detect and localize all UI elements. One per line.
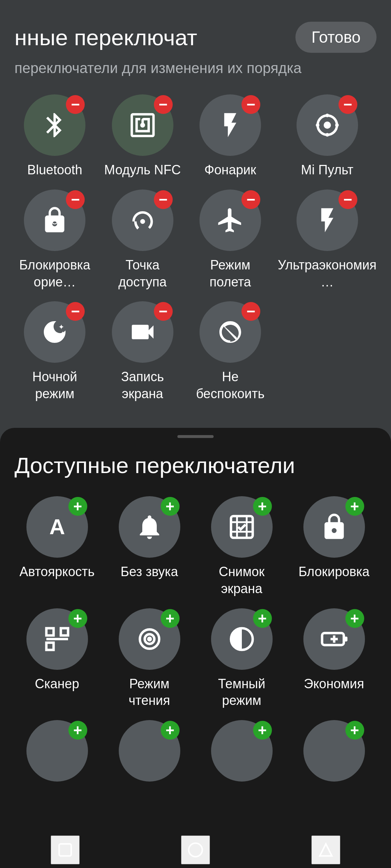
svg-text:✦: ✦ bbox=[61, 330, 65, 336]
add-badge-dark-mode[interactable]: + bbox=[253, 609, 272, 628]
lock-label: Блокировка bbox=[298, 563, 369, 580]
hotspot-icon bbox=[128, 206, 157, 235]
tile-reading[interactable]: + Режим чтения bbox=[107, 608, 192, 710]
nav-back-button[interactable] bbox=[311, 835, 340, 864]
tile-night-mode[interactable]: ✦ ✦ − Ночной режим bbox=[14, 301, 95, 403]
tile-scanner[interactable]: + Сканер bbox=[14, 608, 100, 710]
tile-mi-remote[interactable]: − Mi Пульт bbox=[278, 94, 377, 179]
add-badge-more2[interactable]: + bbox=[161, 721, 180, 740]
dnd-icon-circle: − bbox=[199, 301, 261, 363]
svg-point-3 bbox=[325, 133, 329, 137]
svg-marker-29 bbox=[320, 844, 332, 856]
tile-screenshot[interactable]: + Снимок экрана bbox=[199, 496, 284, 597]
scanner-label: Сканер bbox=[35, 676, 79, 693]
add-badge-more3[interactable]: + bbox=[253, 721, 272, 740]
scanner-icon bbox=[43, 625, 72, 654]
reading-label: Режим чтения bbox=[107, 676, 192, 710]
screen-lock-icon: ↺ bbox=[40, 206, 69, 235]
hotspot-icon-circle: − bbox=[112, 190, 173, 251]
tile-screen-lock[interactable]: ↺ − Блокировка орие… bbox=[14, 190, 95, 291]
sheet-handle bbox=[177, 435, 214, 438]
add-badge-scanner[interactable]: + bbox=[68, 609, 87, 628]
top-section: нные переключат Готово переключатели для… bbox=[0, 0, 391, 428]
remove-badge-dnd[interactable]: − bbox=[241, 302, 260, 321]
add-badge-screenshot[interactable]: + bbox=[253, 497, 272, 516]
recent-apps-icon bbox=[56, 841, 74, 859]
remove-badge-flashlight[interactable]: − bbox=[241, 95, 260, 114]
screen-lock-label: Блокировка орие… bbox=[14, 257, 95, 291]
lock-icon bbox=[320, 512, 349, 541]
more1-icon-circle: + bbox=[26, 720, 88, 782]
more2-icon-circle: + bbox=[119, 720, 180, 782]
lock-icon-circle: + bbox=[303, 496, 365, 558]
add-badge-reading[interactable]: + bbox=[161, 609, 180, 628]
bluetooth-icon-circle: − bbox=[24, 94, 85, 156]
page-subtitle: переключатели для изменения их порядка bbox=[14, 60, 377, 76]
remove-badge-screen-lock[interactable]: − bbox=[66, 190, 85, 209]
tile-auto-brightness[interactable]: A + Автояркость bbox=[14, 496, 100, 597]
svg-point-28 bbox=[189, 843, 202, 857]
remove-badge-nfc[interactable]: − bbox=[154, 95, 173, 114]
add-badge-battery-save[interactable]: + bbox=[345, 609, 364, 628]
nfc-icon bbox=[128, 111, 157, 140]
tile-dnd[interactable]: − Не беспокоить bbox=[190, 301, 270, 403]
tile-battery-save[interactable]: + Экономия bbox=[291, 608, 377, 710]
nav-home-button[interactable] bbox=[181, 835, 210, 864]
svg-point-4 bbox=[316, 123, 319, 127]
tile-more-1[interactable]: + bbox=[14, 720, 100, 787]
remove-badge-night-mode[interactable]: − bbox=[66, 302, 85, 321]
tile-airplane[interactable]: − Режим полета bbox=[190, 190, 270, 291]
svg-point-5 bbox=[335, 123, 339, 127]
battery-save-icon bbox=[320, 625, 349, 654]
add-badge-silent[interactable]: + bbox=[161, 497, 180, 516]
dark-mode-label: Темный режим bbox=[199, 676, 284, 710]
hotspot-label: Точка доступа bbox=[102, 257, 182, 291]
tile-more-2[interactable]: + bbox=[107, 720, 192, 787]
remove-badge-mi-remote[interactable]: − bbox=[339, 95, 357, 114]
remove-badge-screen-record[interactable]: − bbox=[154, 302, 173, 321]
remove-badge-hotspot[interactable]: − bbox=[154, 190, 173, 209]
night-mode-icon-circle: ✦ ✦ − bbox=[24, 301, 85, 363]
tile-hotspot[interactable]: − Точка доступа bbox=[102, 190, 182, 291]
scanner-icon-circle: + bbox=[26, 608, 88, 670]
tile-bluetooth[interactable]: − Bluetooth bbox=[14, 94, 95, 179]
svg-text:↺: ↺ bbox=[51, 216, 59, 227]
sheet-title: Доступные переключатели bbox=[14, 452, 377, 478]
tile-lock[interactable]: + Блокировка bbox=[291, 496, 377, 597]
remove-badge-ultra-save[interactable]: − bbox=[339, 190, 357, 209]
nav-recent-button[interactable] bbox=[51, 835, 80, 864]
tile-ultra-save[interactable]: − Ультраэкономия … bbox=[278, 190, 377, 291]
screenshot-icon bbox=[227, 512, 256, 541]
screen-lock-icon-circle: ↺ − bbox=[24, 190, 85, 251]
auto-brightness-icon-circle: A + bbox=[26, 496, 88, 558]
done-button[interactable]: Готово bbox=[295, 22, 377, 53]
tile-flashlight[interactable]: − Фонарик bbox=[190, 94, 270, 179]
svg-point-2 bbox=[325, 114, 329, 117]
svg-point-21 bbox=[147, 637, 152, 641]
svg-rect-15 bbox=[46, 628, 54, 635]
ultra-save-icon-circle: − bbox=[297, 190, 358, 251]
home-icon bbox=[186, 841, 205, 859]
remove-badge-airplane[interactable]: − bbox=[241, 190, 260, 209]
add-badge-auto-brightness[interactable]: + bbox=[68, 497, 87, 516]
page-title: нные переключат bbox=[14, 25, 197, 50]
svg-rect-27 bbox=[59, 844, 71, 856]
airplane-icon bbox=[216, 206, 245, 235]
tile-silent[interactable]: + Без звука bbox=[107, 496, 192, 597]
add-badge-lock[interactable]: + bbox=[345, 497, 364, 516]
flashlight-icon-circle: − bbox=[199, 94, 261, 156]
tile-screen-record[interactable]: − Запись экрана bbox=[102, 301, 182, 403]
reading-icon-circle: + bbox=[119, 608, 180, 670]
tile-more-4[interactable]: + bbox=[291, 720, 377, 787]
remove-badge-bluetooth[interactable]: − bbox=[66, 95, 85, 114]
active-tiles-grid: − Bluetooth − Модуль NFC − Фонарик bbox=[14, 94, 377, 403]
dnd-label: Не беспокоить bbox=[190, 369, 270, 403]
tile-dark-mode[interactable]: + Темный режим bbox=[199, 608, 284, 710]
airplane-label: Режим полета bbox=[190, 257, 270, 291]
add-badge-more4[interactable]: + bbox=[345, 721, 364, 740]
tile-more-3[interactable]: + bbox=[199, 720, 284, 787]
tile-nfc[interactable]: − Модуль NFC bbox=[102, 94, 182, 179]
dnd-icon bbox=[216, 318, 245, 346]
screen-record-icon bbox=[128, 318, 157, 346]
add-badge-more1[interactable]: + bbox=[68, 721, 87, 740]
